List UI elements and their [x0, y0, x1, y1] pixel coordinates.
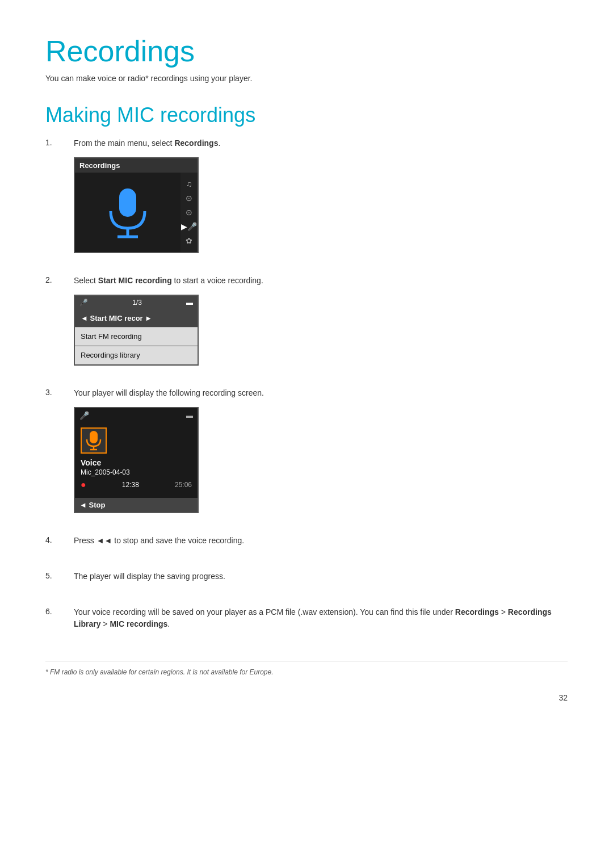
sidebar-rec-icon-active: ▶🎤 [181, 222, 197, 231]
rec-time-row: ● 12:38 25:06 [81, 480, 192, 490]
step-4: 4. Press ◄◄ to stop and save the voice r… [45, 535, 568, 555]
page-title: Recordings [45, 34, 568, 68]
step-number-3: 3. [45, 387, 74, 397]
step-number-4: 4. [45, 535, 74, 544]
screen2-header-icon: 🎤 [79, 299, 88, 307]
rec-filename: Mic_2005-04-03 [81, 468, 192, 476]
step-bold-start-mic: Start MIC recording [98, 276, 172, 285]
screen1-main-area [75, 173, 180, 252]
step-6: 6. Your voice recording will be saved on… [45, 606, 568, 638]
rec-mic-box [81, 427, 107, 454]
mic-svg [105, 186, 150, 240]
step-content-3: Your player will display the following r… [74, 387, 568, 519]
rec-time-current: 12:38 [122, 481, 139, 489]
step-5: 5. The player will display the saving pr… [45, 571, 568, 590]
menu-item-start-fm: Start FM recording [75, 328, 198, 346]
step-1: 1. From the main menu, select Recordings… [45, 137, 568, 259]
screen3-header-battery: ▬ [186, 412, 193, 420]
page-number: 32 [45, 693, 568, 702]
screen1-sidebar: ♫ ⊙ ⊙ ▶🎤 ✿ [180, 173, 198, 252]
menu-item-recordings-library: Recordings library [75, 346, 198, 364]
step-3: 3. Your player will display the followin… [45, 387, 568, 519]
screen2-header-battery: ▬ [186, 299, 193, 307]
screen1-body: ♫ ⊙ ⊙ ▶🎤 ✿ [75, 173, 198, 252]
rec-stop-bar: ◄ Stop [75, 498, 198, 512]
screen2-header-counter: 1/3 [132, 299, 142, 307]
step-2: 2. Select Start MIC recording to start a… [45, 275, 568, 371]
step-content-2: Select Start MIC recording to start a vo… [74, 275, 568, 371]
screen3-header-mic: 🎤 [79, 411, 89, 420]
footnote: * FM radio is only available for certain… [45, 661, 568, 676]
step-number-1: 1. [45, 137, 74, 147]
step-content-1: From the main menu, select Recordings. R… [74, 137, 568, 259]
device-screen-2: 🎤 1/3 ▬ ◄ Start MIC recor ► Start FM rec… [74, 295, 199, 366]
step-content-6: Your voice recording will be saved on yo… [74, 606, 568, 638]
menu-item-recordings-library-label: Recordings library [81, 351, 140, 359]
device-screen-1: Recordings ♫ [74, 157, 199, 253]
svg-rect-0 [119, 188, 136, 217]
sidebar-music-icon: ♫ [186, 179, 192, 188]
rec-time-total: 25:06 [175, 481, 192, 489]
screen3-header: 🎤 ▬ [75, 408, 198, 423]
sidebar-settings-icon: ✿ [186, 236, 192, 245]
step-text-3: Your player will display the following r… [74, 387, 568, 399]
step-text-1: From the main menu, select Recordings. [74, 137, 568, 149]
step-content-5: The player will display the saving progr… [74, 571, 568, 590]
section-title: Making MIC recordings [45, 103, 568, 127]
intro-text: You can make voice or radio* recordings … [45, 74, 568, 83]
screen2-header: 🎤 1/3 ▬ [75, 296, 198, 309]
svg-rect-3 [90, 431, 98, 443]
step-text-4: Press ◄◄ to stop and save the voice reco… [74, 535, 568, 547]
step-text-5: The player will display the saving progr… [74, 571, 568, 582]
step-number-6: 6. [45, 606, 74, 616]
screen1-header: Recordings [75, 158, 198, 173]
bold-mic-recordings: MIC recordings [110, 619, 167, 628]
device-screen-3: 🎤 ▬ Voice Mic_2005-04-03 ● 12:3 [74, 407, 199, 513]
rec-mic-svg [85, 430, 102, 451]
step-bold-recordings: Recordings [174, 139, 218, 148]
bold-recordings: Recordings [455, 607, 499, 617]
screen2-menu: ◄ Start MIC recor ► Start FM recording R… [75, 309, 198, 364]
step-number-5: 5. [45, 571, 74, 580]
screen3-body: Voice Mic_2005-04-03 ● 12:38 25:06 [75, 423, 198, 498]
rec-dot: ● [81, 480, 86, 490]
menu-item-start-mic-label: ◄ Start MIC recor ► [81, 314, 152, 322]
sidebar-photo-icon: ⊙ [186, 194, 192, 203]
step-text-2: Select Start MIC recording to start a vo… [74, 275, 568, 287]
rec-title: Voice [81, 458, 192, 467]
sidebar-video-icon: ⊙ [186, 208, 192, 217]
step-text-6: Your voice recording will be saved on yo… [74, 606, 568, 630]
menu-item-start-fm-label: Start FM recording [81, 332, 142, 341]
step-content-4: Press ◄◄ to stop and save the voice reco… [74, 535, 568, 555]
menu-item-start-mic: ◄ Start MIC recor ► [75, 309, 198, 328]
step-number-2: 2. [45, 275, 74, 284]
stop-label: ◄ Stop [79, 501, 105, 509]
